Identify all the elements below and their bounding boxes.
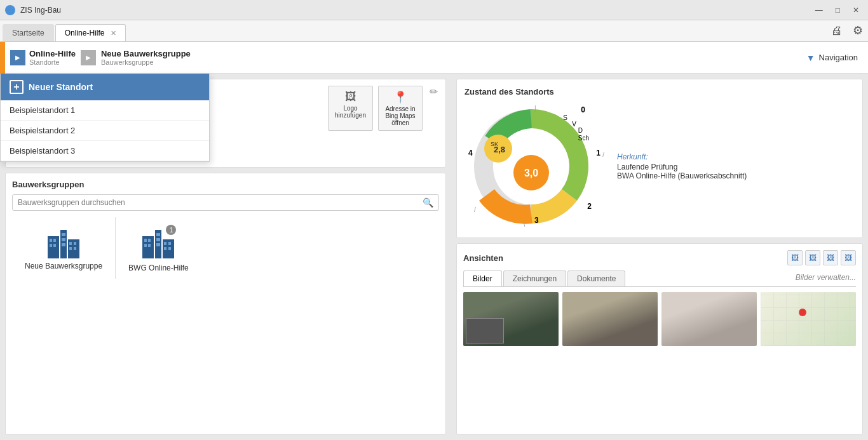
svg-rect-13 bbox=[74, 247, 76, 250]
svg-rect-4 bbox=[53, 239, 56, 242]
tab-dokumente[interactable]: Dokumente bbox=[567, 270, 625, 286]
navigation-button[interactable]: ▼ Navigation bbox=[806, 53, 858, 63]
dropdown-item-1[interactable]: Beispielstandort 1 bbox=[1, 100, 209, 121]
tab-startseite[interactable]: Startseite bbox=[3, 24, 54, 41]
view-icon-4[interactable]: 🖼 bbox=[841, 250, 856, 265]
group-item-bwg[interactable]: 1 BWG Online-Hilfe bbox=[115, 217, 201, 279]
radar-label-sch: Sch bbox=[578, 135, 589, 142]
svg-rect-23 bbox=[156, 243, 160, 246]
logo-label: Logohinzufügen bbox=[335, 105, 366, 119]
settings-icon[interactable]: ⚙ bbox=[850, 22, 865, 39]
building-icon-1 bbox=[44, 223, 83, 262]
ansichten-card: Ansichten 🖼 🖼 🖼 🖼 Bilder Zeichnungen Dok… bbox=[456, 243, 863, 435]
breadcrumb-main-2: Neue Bauwerksgruppe bbox=[101, 49, 191, 58]
ansichten-tabs: Bilder Zeichnungen Dokumente Bilder verw… bbox=[463, 270, 856, 287]
dropdown-menu: + Neuer Standort Beispielstandort 1 Beis… bbox=[0, 74, 210, 162]
new-standort-label: Neuer Standort bbox=[29, 82, 93, 92]
scale-label-3: 3 bbox=[534, 216, 539, 225]
breadcrumb-sub-1: Standorte bbox=[29, 58, 76, 66]
plus-icon: + bbox=[10, 80, 24, 94]
breadcrumb-item-2[interactable]: Neue Bauwerksgruppe Bauwerksgruppe bbox=[101, 49, 191, 66]
zustand-card: Zustand des Standorts bbox=[456, 79, 863, 238]
svg-rect-20 bbox=[148, 244, 151, 247]
scale-label-4: 4 bbox=[468, 149, 473, 157]
group-item-neue[interactable]: Neue Bauwerksgruppe bbox=[12, 217, 115, 277]
svg-rect-8 bbox=[62, 238, 65, 241]
bilder-manage-link[interactable]: Bilder verwalten... bbox=[796, 273, 856, 284]
dropdown-item-2[interactable]: Beispielstandort 2 bbox=[1, 121, 209, 141]
edit-icon[interactable]: ✏ bbox=[430, 86, 438, 98]
zustand-title: Zustand des Standorts bbox=[465, 87, 855, 97]
image-strip bbox=[463, 292, 856, 346]
tab-zeichnungen[interactable]: Zeichnungen bbox=[503, 270, 566, 286]
logo-button[interactable]: 🖼 Logohinzufügen bbox=[328, 86, 373, 131]
breadcrumb-sub-2: Bauwerksgruppe bbox=[101, 58, 191, 66]
dropdown-item-3[interactable]: Beispielstandort 3 bbox=[1, 141, 209, 161]
radar-label-d: D bbox=[578, 127, 583, 134]
breadcrumb-text-1: Online-Hilfe Standorte bbox=[29, 49, 76, 66]
svg-rect-12 bbox=[69, 247, 72, 250]
svg-rect-24 bbox=[164, 242, 166, 245]
tab-online-hilfe[interactable]: Online-Hilfe ✕ bbox=[55, 24, 126, 41]
svg-rect-3 bbox=[50, 239, 52, 242]
app-icon bbox=[5, 5, 15, 15]
close-button[interactable]: ✕ bbox=[849, 4, 863, 16]
image-icon: 🖼 bbox=[345, 90, 356, 103]
ansichten-icon-buttons: 🖼 🖼 🖼 🖼 bbox=[787, 250, 856, 265]
print-icon[interactable]: 🖨 bbox=[829, 23, 845, 39]
tab-bilder[interactable]: Bilder bbox=[463, 270, 502, 286]
svg-rect-25 bbox=[168, 242, 171, 245]
svg-rect-19 bbox=[144, 244, 147, 247]
maps-button[interactable]: 📍 Adresse inBing Mapsöffnen bbox=[378, 86, 423, 131]
herkunft-label: Herkunft: bbox=[617, 152, 855, 161]
group-search-input[interactable] bbox=[18, 198, 423, 207]
search-icon: 🔍 bbox=[423, 197, 433, 208]
svg-rect-27 bbox=[168, 247, 171, 250]
ansichten-header: Ansichten 🖼 🖼 🖼 🖼 bbox=[463, 250, 856, 265]
tick-right: / bbox=[602, 151, 604, 158]
scale-label-0: 0 bbox=[581, 105, 585, 114]
svg-rect-9 bbox=[62, 243, 65, 246]
herkunft-section: Herkunft: Laufende Prüfung BWA Online-Hi… bbox=[617, 152, 855, 180]
new-standort-button[interactable]: + Neuer Standort bbox=[1, 74, 209, 100]
map-icon: 📍 bbox=[393, 90, 407, 104]
tab-bar: Startseite Online-Hilfe ✕ 🖨 ⚙ bbox=[0, 20, 868, 42]
breadcrumb-item-1[interactable]: ▶ Online-Hilfe Standorte bbox=[10, 49, 76, 66]
herkunft-value-2: BWA Online-Hilfe (Bauwerksabschnitt) bbox=[617, 171, 855, 180]
tick-bottom: \ bbox=[523, 221, 525, 228]
breadcrumb-bar: ▶ Online-Hilfe Standorte ▶ Neue Bauwerks… bbox=[0, 42, 868, 74]
svg-rect-6 bbox=[53, 244, 56, 247]
view-icon-1[interactable]: 🖼 bbox=[787, 250, 803, 265]
tick-top: | bbox=[534, 105, 536, 112]
group-item-label-2: BWG Online-Hilfe bbox=[128, 263, 189, 272]
group-items: Neue Bauwerksgruppe bbox=[12, 217, 439, 279]
breadcrumb-arrow-1[interactable]: ▶ bbox=[10, 50, 25, 65]
chart-area: 3,0 SK 2,8 0 1 2 3 4 S V D bbox=[465, 103, 604, 230]
svg-text:3,0: 3,0 bbox=[524, 168, 538, 178]
tab-close-icon[interactable]: ✕ bbox=[111, 29, 116, 37]
view-icon-2[interactable]: 🖼 bbox=[805, 250, 820, 265]
minimize-button[interactable]: — bbox=[811, 4, 827, 16]
group-item-label-1: Neue Bauwerksgruppe bbox=[25, 262, 102, 270]
scale-label-1: 1 bbox=[596, 149, 600, 157]
svg-rect-11 bbox=[74, 242, 76, 245]
view-icon-3[interactable]: 🖼 bbox=[823, 250, 838, 265]
radar-label-v: V bbox=[572, 121, 576, 128]
svg-rect-21 bbox=[156, 233, 160, 236]
bauwerksgruppen-card: Bauwerksgruppen 🔍 bbox=[5, 173, 446, 435]
image-thumb-map bbox=[761, 292, 856, 346]
svg-rect-5 bbox=[50, 244, 52, 247]
tick-left: / bbox=[474, 206, 476, 213]
svg-text:2,8: 2,8 bbox=[494, 145, 505, 154]
breadcrumb-separator: ▶ bbox=[81, 50, 96, 65]
radar-label-s: S bbox=[563, 114, 567, 121]
zustand-content: 3,0 SK 2,8 0 1 2 3 4 S V D bbox=[465, 103, 855, 230]
app-title: ZIS Ing-Bau bbox=[20, 6, 811, 15]
svg-rect-26 bbox=[164, 247, 166, 250]
window-controls: — □ ✕ bbox=[811, 4, 863, 16]
ansichten-title: Ansichten bbox=[463, 253, 503, 263]
navigation-label: Navigation bbox=[819, 53, 858, 62]
maximize-button[interactable]: □ bbox=[832, 4, 844, 16]
svg-rect-18 bbox=[148, 239, 151, 242]
right-panel: Zustand des Standorts bbox=[451, 74, 868, 440]
